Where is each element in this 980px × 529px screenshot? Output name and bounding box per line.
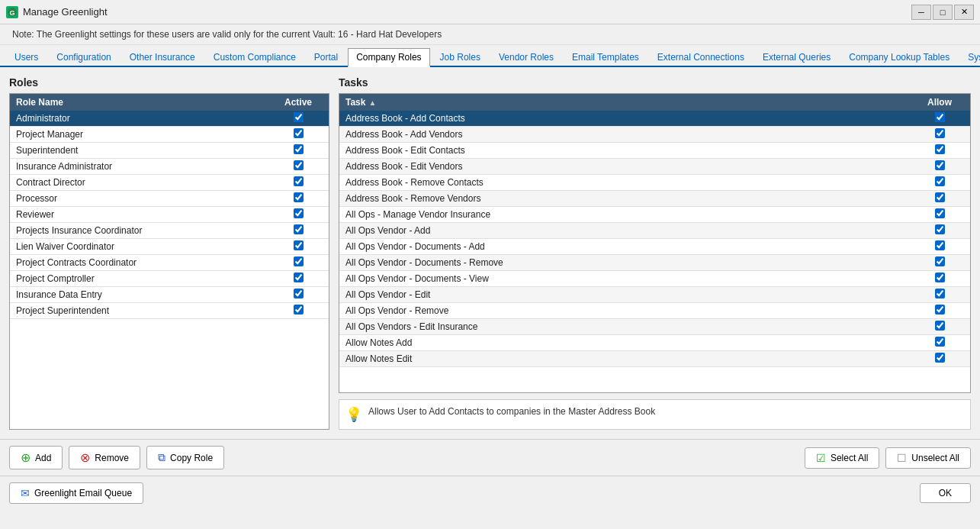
role-row[interactable]: Processor <box>10 191 329 207</box>
roles-table: Role Name Active Administrator Project M… <box>9 93 329 430</box>
email-queue-button[interactable]: ✉ Greenlight Email Queue <box>9 482 143 504</box>
task-allow-check[interactable] <box>909 337 970 349</box>
task-name: All Ops Vendor - Remove <box>339 303 909 318</box>
task-allow-check[interactable] <box>909 256 970 269</box>
task-row[interactable]: Address Book - Add Vendors <box>339 127 970 143</box>
role-active-check[interactable] <box>268 273 329 285</box>
actions-left: ⊕ Add ⊗ Remove ⧉ Copy Role <box>9 446 224 469</box>
task-allow-check[interactable] <box>909 112 970 124</box>
role-active-check[interactable] <box>268 176 329 189</box>
add-label: Add <box>35 453 51 463</box>
select-all-button[interactable]: ☑ Select All <box>805 447 879 469</box>
tab-configuration[interactable]: Configuration <box>48 48 119 66</box>
role-active-check[interactable] <box>268 112 329 124</box>
task-allow-check[interactable] <box>909 208 970 221</box>
minimize-button[interactable]: ─ <box>911 5 931 20</box>
task-row[interactable]: All Ops Vendor - Documents - Add <box>339 239 970 255</box>
role-row[interactable]: Project Superintendent <box>10 303 329 319</box>
tab-external-queries[interactable]: External Queries <box>754 48 839 66</box>
task-row[interactable]: All Ops Vendor - Add <box>339 223 970 239</box>
task-row[interactable]: Allow Notes Edit <box>339 351 970 367</box>
role-row[interactable]: Projects Insurance Coordinator <box>10 223 329 239</box>
copy-role-label: Copy Role <box>170 453 213 463</box>
tab-other-insurance[interactable]: Other Insurance <box>121 48 204 66</box>
task-row[interactable]: Address Book - Add Contacts <box>339 111 970 127</box>
role-row[interactable]: Lien Waiver Coordinator <box>10 239 329 255</box>
role-name: Project Contracts Coordinator <box>10 255 268 270</box>
tab-custom-compliance[interactable]: Custom Compliance <box>205 48 304 66</box>
task-allow-check[interactable] <box>909 289 970 301</box>
unselect-all-button[interactable]: ☐ Unselect All <box>885 447 971 469</box>
tab-system-lookup-tables[interactable]: System Lookup Tables <box>959 48 980 66</box>
copy-role-button[interactable]: ⧉ Copy Role <box>146 446 224 469</box>
task-row[interactable]: Address Book - Edit Contacts <box>339 143 970 159</box>
tab-portal[interactable]: Portal <box>306 48 346 66</box>
role-row[interactable]: Project Contracts Coordinator <box>10 255 329 271</box>
task-row[interactable]: Allow Notes Add <box>339 335 970 351</box>
task-allow-check[interactable] <box>909 192 970 205</box>
role-row[interactable]: Project Comptroller <box>10 271 329 287</box>
roles-panel-title: Roles <box>9 76 329 89</box>
task-allow-check[interactable] <box>909 353 970 365</box>
role-row[interactable]: Insurance Data Entry <box>10 287 329 303</box>
tab-external-connections[interactable]: External Connections <box>649 48 753 66</box>
task-name: All Ops Vendor - Documents - View <box>339 271 909 286</box>
tab-email-templates[interactable]: Email Templates <box>564 48 647 66</box>
remove-button[interactable]: ⊗ Remove <box>69 446 140 469</box>
remove-icon: ⊗ <box>80 450 90 465</box>
close-button[interactable]: ✕ <box>954 5 974 20</box>
role-active-check[interactable] <box>268 240 329 253</box>
task-allow-check[interactable] <box>909 321 970 333</box>
task-row[interactable]: All Ops Vendor - Remove <box>339 303 970 319</box>
tasks-body[interactable]: Address Book - Add Contacts Address Book… <box>339 111 970 392</box>
actions-bar: ⊕ Add ⊗ Remove ⧉ Copy Role ☑ Select All … <box>0 439 980 476</box>
tab-company-roles[interactable]: Company Roles <box>348 48 429 67</box>
task-row[interactable]: All Ops Vendor - Documents - View <box>339 271 970 287</box>
ok-button[interactable]: OK <box>920 483 971 503</box>
role-row[interactable]: Administrator <box>10 111 329 127</box>
task-row[interactable]: All Ops Vendors - Edit Insurance <box>339 319 970 335</box>
task-allow-check[interactable] <box>909 273 970 285</box>
role-name: Project Superintendent <box>10 303 268 318</box>
role-active-check[interactable] <box>268 160 329 173</box>
roles-body[interactable]: Administrator Project Manager Superinten… <box>10 111 329 429</box>
role-row[interactable]: Project Manager <box>10 127 329 143</box>
tab-vendor-roles[interactable]: Vendor Roles <box>490 48 562 66</box>
maximize-button[interactable]: □ <box>933 5 953 20</box>
task-row[interactable]: Address Book - Edit Vendors <box>339 159 970 175</box>
task-allow-check[interactable] <box>909 224 970 237</box>
role-row[interactable]: Reviewer <box>10 207 329 223</box>
role-active-check[interactable] <box>268 256 329 269</box>
task-row[interactable]: All Ops Vendor - Documents - Remove <box>339 255 970 271</box>
task-allow-check[interactable] <box>909 144 970 156</box>
sort-arrow-icon: ▲ <box>368 98 376 107</box>
task-allow-check[interactable] <box>909 305 970 317</box>
actions-right: ☑ Select All ☐ Unselect All <box>805 447 971 469</box>
tab-job-roles[interactable]: Job Roles <box>432 48 489 66</box>
role-active-check[interactable] <box>268 224 329 237</box>
task-row[interactable]: Address Book - Remove Vendors <box>339 191 970 207</box>
task-name: Allow Notes Add <box>339 335 909 350</box>
task-allow-check[interactable] <box>909 240 970 253</box>
role-row[interactable]: Superintendent <box>10 143 329 159</box>
role-name: Project Comptroller <box>10 271 268 286</box>
tab-company-lookup-tables[interactable]: Company Lookup Tables <box>840 48 958 66</box>
tab-users[interactable]: Users <box>6 48 47 66</box>
task-name: Address Book - Remove Vendors <box>339 191 909 206</box>
role-active-check[interactable] <box>268 289 329 301</box>
task-row[interactable]: All Ops Vendor - Edit <box>339 287 970 303</box>
task-allow-check[interactable] <box>909 160 970 173</box>
role-row[interactable]: Insurance Administrator <box>10 159 329 175</box>
role-active-check[interactable] <box>268 305 329 317</box>
role-active-check[interactable] <box>268 192 329 205</box>
task-allow-check[interactable] <box>909 176 970 189</box>
role-active-check[interactable] <box>268 144 329 156</box>
role-active-check[interactable] <box>268 128 329 140</box>
task-row[interactable]: All Ops - Manage Vendor Insurance <box>339 207 970 223</box>
task-row[interactable]: Address Book - Remove Contacts <box>339 175 970 191</box>
role-active-check[interactable] <box>268 208 329 221</box>
task-allow-check[interactable] <box>909 128 970 140</box>
add-button[interactable]: ⊕ Add <box>9 446 63 469</box>
role-row[interactable]: Contract Director <box>10 175 329 191</box>
tasks-table: Task ▲ Allow Address Book - Add Contacts… <box>339 93 971 393</box>
